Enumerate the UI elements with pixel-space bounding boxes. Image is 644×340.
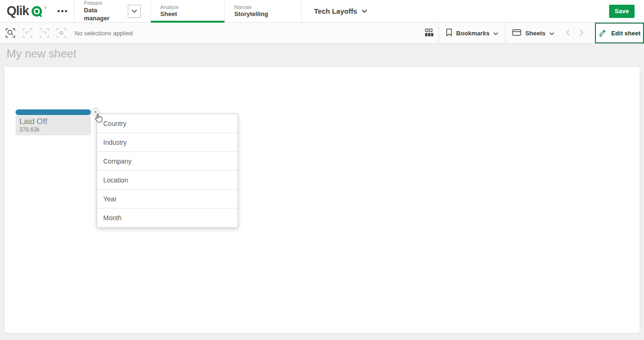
nav-item-label: Storytelling: [234, 10, 268, 18]
save-button[interactable]: Save: [609, 5, 635, 18]
field-menu-item[interactable]: Industry: [97, 133, 238, 152]
ellipsis-icon: •••: [57, 7, 68, 15]
smart-search-button[interactable]: [5, 27, 16, 39]
nav-item-label: Data manager: [84, 7, 121, 23]
redo-icon: ↷: [39, 27, 50, 39]
sheet-overview-button[interactable]: [420, 23, 438, 43]
sheet-canvas: Laid Off 378.63k Country Industry Compan…: [4, 66, 640, 333]
tab-analyze-sheet[interactable]: Analyze Sheet: [150, 0, 224, 22]
edit-sheet-label: Edit sheet: [611, 30, 640, 37]
kpi-object[interactable]: Laid Off 378.63k: [16, 116, 91, 135]
qlik-wordmark: Qlik: [7, 4, 29, 18]
registered-mark: ®: [44, 6, 47, 9]
selections-status: No selections applied: [74, 30, 133, 37]
bookmarks-label: Bookmarks: [456, 30, 490, 37]
sheet-title: My new sheet: [7, 47, 76, 60]
tab-prepare-data-manager[interactable]: Prepare Data manager: [74, 0, 150, 22]
sheets-icon: [512, 28, 521, 38]
chevron-down-icon: [493, 30, 498, 37]
top-bar: Qlik ® ••• Prepare Data manager Analyze: [0, 0, 644, 23]
bookmarks-button[interactable]: Bookmarks: [439, 23, 505, 43]
undo-selection-button[interactable]: ↶: [22, 27, 33, 39]
next-sheet-button[interactable]: [575, 23, 588, 43]
previous-sheet-button[interactable]: [561, 23, 575, 43]
qlik-logo: Qlik ®: [0, 0, 51, 22]
edit-sheet-button[interactable]: Edit sheet: [595, 23, 644, 43]
kpi-label: Laid Off: [19, 116, 87, 126]
field-menu-item[interactable]: Company: [97, 152, 238, 171]
add-button[interactable]: [91, 108, 99, 116]
chevron-right-icon: [579, 29, 584, 37]
sheets-button[interactable]: Sheets: [505, 23, 561, 43]
qlik-q-icon: ®: [30, 4, 47, 18]
more-menu-button[interactable]: •••: [51, 0, 74, 22]
field-menu-item[interactable]: Year: [97, 190, 238, 208]
field-menu-item[interactable]: Month: [97, 208, 238, 227]
selections-toolbar: ↶ ↷ No selections applied: [0, 23, 644, 44]
toolbar-right: Bookmarks Sheets: [420, 23, 644, 43]
field-menu: Country Industry Company Location Year M…: [97, 114, 238, 228]
tab-narrate-storytelling[interactable]: Narrate Storytelling: [224, 0, 301, 22]
chevron-down-icon: [362, 8, 367, 15]
redo-selection-button[interactable]: ↷: [39, 27, 50, 39]
kpi-selection-bar: [16, 109, 91, 115]
app-title-menu[interactable]: Tech Layoffs: [301, 0, 380, 22]
nav-item-label: Sheet: [160, 10, 179, 18]
sheet-area: My new sheet Laid Off 378.63k Country In…: [0, 44, 644, 340]
pencil-icon: [598, 28, 607, 38]
bookmark-icon: [446, 28, 453, 38]
kpi-value: 378.63k: [19, 126, 87, 133]
grid-icon: [425, 28, 434, 38]
app-title: Tech Layoffs: [314, 7, 357, 15]
nav-section-label: Prepare: [84, 0, 121, 7]
sheets-label: Sheets: [525, 30, 545, 37]
chevron-left-icon: [566, 29, 570, 37]
field-menu-item[interactable]: Country: [97, 114, 238, 133]
field-menu-item[interactable]: Location: [97, 171, 238, 190]
plus-icon: [93, 108, 98, 116]
data-manager-dropdown-button[interactable]: [128, 5, 141, 18]
nav-section-label: Narrate: [234, 4, 268, 10]
undo-icon: ↶: [22, 27, 33, 39]
nav-section-label: Analyze: [160, 4, 179, 10]
chevron-down-icon: [549, 30, 554, 37]
chevron-down-icon: [132, 8, 137, 15]
topbar-spacer: [380, 0, 609, 22]
clear-selections-button[interactable]: [56, 27, 67, 39]
